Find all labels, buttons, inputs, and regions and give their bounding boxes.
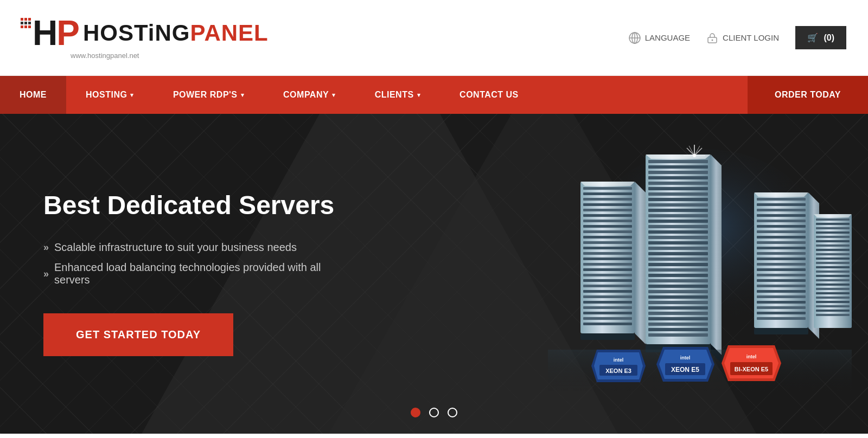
- nav-clients-label: CLIENTS: [375, 90, 414, 100]
- svg-rect-106: [816, 231, 850, 234]
- svg-marker-41: [646, 154, 711, 159]
- svg-rect-36: [648, 312, 708, 315]
- svg-marker-99: [754, 192, 808, 197]
- svg-rect-101: [754, 328, 808, 334]
- svg-rect-87: [757, 257, 806, 260]
- svg-rect-10: [648, 171, 708, 174]
- svg-rect-65: [583, 290, 632, 293]
- svg-rect-51: [583, 214, 632, 217]
- hero-server-image: intel XEON E3 intel XEON E5 intel BI-XEO…: [488, 114, 868, 434]
- svg-rect-23: [648, 241, 708, 244]
- svg-rect-76: [757, 198, 806, 201]
- svg-rect-115: [816, 270, 850, 273]
- client-login-label: CLIENT LOGIN: [723, 33, 779, 42]
- svg-rect-49: [583, 203, 632, 206]
- svg-text:intel: intel: [680, 355, 691, 360]
- svg-rect-70: [583, 317, 632, 320]
- carousel-dot-2[interactable]: [429, 408, 439, 417]
- svg-point-135: [693, 154, 696, 157]
- svg-rect-24: [648, 247, 708, 250]
- svg-rect-103: [816, 218, 850, 221]
- svg-rect-77: [757, 203, 806, 206]
- svg-rect-20: [648, 225, 708, 228]
- language-button[interactable]: LANGUAGE: [629, 32, 690, 44]
- logo-icon: HP: [22, 16, 79, 50]
- svg-rect-35: [648, 306, 708, 310]
- svg-rect-63: [583, 279, 632, 282]
- nav-item-power-rdps[interactable]: POWER RDP'S ▾: [154, 76, 264, 114]
- logo-url: www.hostingpanel.net: [71, 51, 139, 60]
- svg-rect-125: [816, 314, 850, 316]
- svg-rect-105: [816, 227, 850, 229]
- svg-rect-96: [757, 306, 806, 309]
- nav-contact-label: CONTACT US: [459, 90, 519, 100]
- svg-rect-120: [816, 292, 850, 294]
- svg-rect-116: [816, 275, 850, 277]
- svg-rect-30: [648, 279, 708, 282]
- logo-panel: PANEL: [190, 20, 269, 46]
- svg-rect-80: [757, 220, 806, 222]
- nav-item-home[interactable]: HOME: [0, 76, 66, 114]
- nav-item-company[interactable]: COMPANY ▾: [264, 76, 355, 114]
- svg-rect-58: [583, 252, 632, 255]
- logo-h: H: [33, 14, 56, 53]
- language-label: LANGUAGE: [645, 33, 690, 42]
- hero-title: Best Dedicated Servers: [43, 191, 336, 220]
- svg-rect-82: [757, 230, 806, 233]
- svg-rect-25: [648, 252, 708, 255]
- svg-rect-61: [583, 268, 632, 271]
- nav-home-label: HOME: [20, 90, 47, 100]
- svg-rect-52: [583, 220, 632, 222]
- svg-rect-94: [757, 295, 806, 298]
- svg-rect-29: [648, 274, 708, 277]
- hero-bullet-2: » Enhanced load balancing technologies p…: [43, 261, 336, 286]
- svg-rect-40: [648, 333, 708, 337]
- svg-rect-78: [757, 209, 806, 211]
- svg-rect-123: [816, 305, 850, 307]
- logo-area[interactable]: HP HOSTiNGPANEL www.hostingpanel.net: [22, 16, 269, 60]
- header: HP HOSTiNGPANEL www.hostingpanel.net LAN…: [0, 0, 868, 76]
- nav-item-hosting[interactable]: HOSTING ▾: [66, 76, 154, 114]
- svg-marker-126: [814, 214, 852, 217]
- header-right: LANGUAGE CLIENT LOGIN 🛒 (0): [629, 26, 846, 49]
- svg-rect-21: [648, 230, 708, 234]
- logo-p: P: [56, 14, 79, 53]
- svg-rect-28: [648, 268, 708, 272]
- svg-rect-107: [816, 236, 850, 238]
- svg-rect-83: [757, 236, 806, 239]
- svg-rect-95: [757, 301, 806, 304]
- logo-hosting: HOSTiNG: [83, 20, 190, 46]
- svg-rect-46: [583, 187, 632, 190]
- svg-rect-8: [648, 160, 708, 163]
- lock-icon: [706, 32, 718, 44]
- cart-icon: 🛒: [807, 33, 818, 42]
- carousel-dot-1[interactable]: [411, 408, 420, 417]
- svg-rect-92: [757, 285, 806, 287]
- server-rack-illustration: intel XEON E3 intel XEON E5 intel BI-XEO…: [505, 138, 852, 409]
- svg-rect-108: [816, 240, 850, 242]
- chevron-down-icon: ▾: [130, 92, 134, 99]
- nav-item-order[interactable]: ORDER TODAY: [748, 76, 868, 114]
- chevron-down-icon: ▾: [417, 92, 421, 99]
- svg-rect-38: [648, 323, 708, 326]
- svg-marker-73: [635, 182, 646, 344]
- nav-item-clients[interactable]: CLIENTS ▾: [355, 76, 440, 114]
- svg-rect-112: [816, 257, 850, 260]
- chevron-down-icon: ▾: [332, 92, 336, 99]
- svg-rect-13: [648, 187, 708, 190]
- carousel-dots: [411, 408, 457, 417]
- nav-item-contact[interactable]: CONTACT US: [440, 76, 538, 114]
- svg-rect-74: [580, 333, 635, 340]
- svg-rect-32: [648, 290, 708, 293]
- svg-rect-14: [648, 192, 708, 196]
- svg-rect-85: [757, 247, 806, 249]
- nav-hosting-label: HOSTING: [86, 90, 127, 100]
- hero-bullet-1: » Scalable infrastructure to suit your b…: [43, 241, 336, 254]
- svg-rect-113: [816, 262, 850, 264]
- cart-button[interactable]: 🛒 (0): [795, 26, 846, 49]
- svg-rect-55: [583, 236, 632, 239]
- get-started-button[interactable]: GET STARTED TODAY: [43, 313, 233, 356]
- client-login-button[interactable]: CLIENT LOGIN: [706, 32, 779, 44]
- carousel-dot-3[interactable]: [448, 408, 457, 417]
- svg-rect-68: [583, 306, 632, 309]
